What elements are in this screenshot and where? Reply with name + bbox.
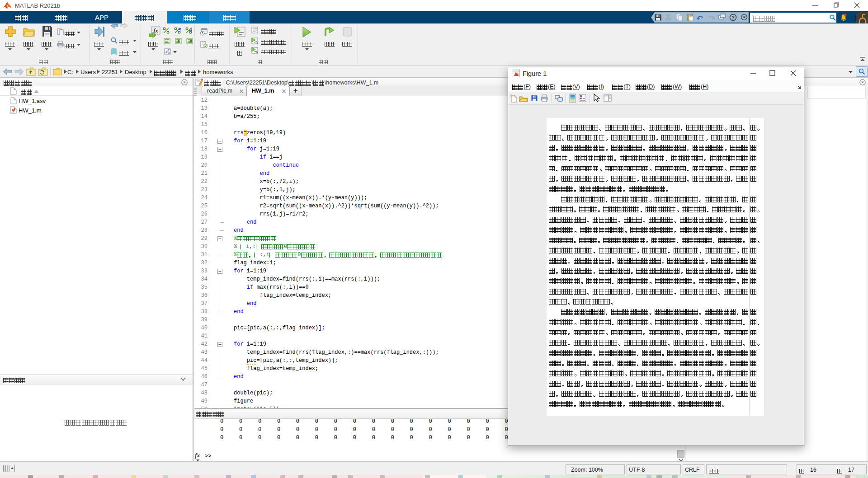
svg-text:?: ? [731,15,735,20]
svg-text:fx: fx [154,28,158,34]
svg-text:fi: fi [168,51,170,55]
